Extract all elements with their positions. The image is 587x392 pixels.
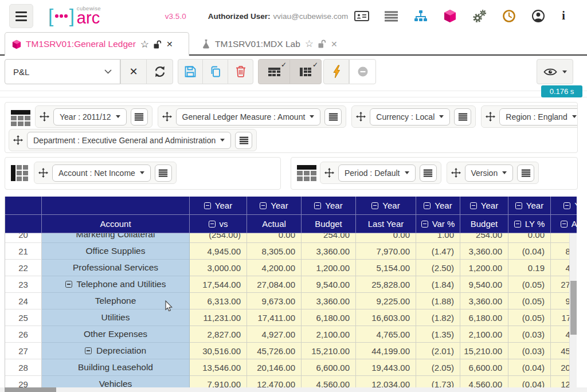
row-number[interactable]: 27 [5, 343, 42, 359]
lock-open-icon[interactable] [318, 40, 326, 48]
column-header-actual[interactable]: Actual [551, 215, 577, 233]
column-header-budget[interactable]: Budget [460, 215, 508, 233]
data-cell[interactable]: 3,360.00 [302, 293, 356, 309]
data-cell[interactable]: 16,603.00 [356, 309, 416, 326]
title-dim-1-select[interactable]: General Ledger Measure : Amount [176, 108, 321, 126]
collapse-icon[interactable] [424, 202, 431, 209]
user-icon[interactable] [531, 9, 545, 23]
move-icon[interactable] [40, 112, 49, 121]
column-group-year[interactable]: Year [416, 197, 460, 215]
row-header-account[interactable]: Depreciation [42, 343, 190, 359]
column-header-budget[interactable]: Budget [302, 215, 356, 233]
data-cell[interactable]: 7,970.00 [356, 243, 416, 260]
data-cell[interactable]: (0.05) [508, 276, 551, 293]
column-group-year[interactable]: Year [551, 197, 577, 215]
data-cell[interactable]: 4,560.00 [302, 376, 356, 387]
data-cell[interactable]: (0.05) [508, 293, 551, 309]
toggle-column-headers-button[interactable]: ✓ [289, 59, 322, 84]
data-cell[interactable]: (2.05) [416, 359, 460, 376]
gears-icon[interactable] [472, 9, 487, 23]
data-cell[interactable]: 1,200.00 [460, 260, 508, 276]
view-options-button[interactable] [537, 59, 573, 84]
data-cell[interactable]: 7,910.00 [190, 376, 247, 387]
horizontal-scrollbar[interactable] [0, 387, 587, 392]
data-cell[interactable]: 44,199.00 [356, 343, 416, 359]
copy-button[interactable] [202, 59, 228, 84]
row-number[interactable]: 28 [5, 359, 42, 376]
data-cell[interactable]: 6,313.00 [190, 293, 247, 309]
data-cell[interactable]: 4,765.00 [356, 326, 416, 343]
row-number[interactable]: 20 [5, 233, 42, 243]
data-cell[interactable]: (0.03) [508, 326, 551, 343]
info-icon[interactable]: i [561, 9, 566, 23]
data-cell[interactable]: 12,470.00 [247, 376, 302, 387]
collapse-icon[interactable] [561, 221, 568, 228]
data-cell[interactable]: (1.73) [416, 376, 460, 387]
auto-recalc-button[interactable] [323, 59, 349, 84]
data-cell[interactable]: 6,180.00 [302, 309, 356, 326]
title-dim-0-list-button[interactable] [131, 108, 148, 126]
tab-mdx-lab[interactable]: TM1SRV01:MDX Lab☆✕ [195, 32, 345, 56]
column-header-var-[interactable]: Var % [416, 215, 460, 233]
row-number[interactable]: 26 [5, 326, 42, 343]
data-cell[interactable]: 0.19 [508, 260, 551, 276]
clear-view-button[interactable]: ✕ [120, 59, 147, 84]
favorite-star-icon[interactable]: ☆ [140, 40, 149, 49]
data-cell[interactable]: 12,034.00 [356, 376, 416, 387]
close-icon[interactable]: ✕ [331, 40, 338, 49]
data-cell[interactable]: 13,546.00 [190, 359, 247, 376]
collapse-icon[interactable] [209, 221, 216, 228]
collapse-icon[interactable] [85, 347, 92, 354]
row-header-account[interactable]: Other Expenses [42, 326, 190, 343]
move-icon[interactable] [162, 112, 172, 121]
data-cell[interactable]: 30,516.00 [190, 343, 247, 359]
row-header-account[interactable]: Marketing Collateral [42, 233, 190, 243]
data-cell[interactable]: 20,146.00 [247, 359, 302, 376]
data-cell[interactable]: 6,600.00 [302, 359, 356, 376]
row-number[interactable]: 25 [5, 309, 42, 326]
collapse-icon[interactable] [515, 202, 522, 209]
data-cell[interactable]: (254.00) [190, 233, 247, 243]
tab-general-ledger[interactable]: TM1SRV01:General Ledger☆✕ [5, 32, 189, 56]
col-dim-1-select[interactable]: Version [465, 164, 514, 182]
data-cell[interactable]: 3,000.00 [190, 260, 247, 276]
data-cell[interactable]: 17,411.00 [247, 309, 302, 326]
data-cell[interactable]: 3,360.00 [460, 293, 508, 309]
data-cell[interactable]: (1.35) [416, 326, 460, 343]
favorite-star-icon[interactable]: ☆ [305, 39, 314, 49]
data-cell[interactable]: 5,154.00 [356, 260, 416, 276]
data-cell[interactable]: 19,443.00 [356, 359, 416, 376]
collapse-icon[interactable] [514, 221, 521, 228]
data-cell[interactable]: 17,544.00 [190, 276, 247, 293]
move-icon[interactable] [356, 112, 366, 121]
refresh-button[interactable] [146, 59, 173, 84]
data-cell[interactable]: 6,600.00 [460, 359, 508, 376]
data-cell[interactable]: (0.03) [508, 343, 551, 359]
column-group-year[interactable]: Year [247, 197, 302, 215]
data-cell[interactable]: 45,726.00 [247, 343, 302, 359]
data-cell[interactable]: (2.01) [416, 343, 460, 359]
cube-icon[interactable] [444, 9, 456, 23]
data-cell[interactable]: 2,100.00 [460, 326, 508, 343]
data-cell[interactable]: (1.47) [416, 243, 460, 260]
row-header-account[interactable]: Professional Services [42, 260, 190, 276]
data-cell[interactable]: (0.05) [508, 309, 551, 326]
lock-open-icon[interactable] [154, 40, 162, 49]
data-cell[interactable]: 9,225.00 [356, 293, 416, 309]
title-dim-dept-list-button[interactable] [235, 132, 252, 149]
column-group-year[interactable]: Year [190, 197, 247, 215]
title-dim-dept-select[interactable]: Department : Executive General and Admin… [27, 132, 231, 149]
title-dim-1-list-button[interactable] [324, 108, 342, 126]
data-cell[interactable]: 6,180.00 [460, 309, 508, 326]
column-header-actual[interactable]: Actual [247, 215, 302, 233]
id-card-icon[interactable] [354, 10, 369, 22]
collapse-icon[interactable] [421, 221, 428, 228]
collapse-icon[interactable] [65, 281, 72, 288]
move-icon[interactable] [451, 168, 461, 178]
data-cell[interactable]: 2,827.00 [190, 326, 247, 343]
move-icon[interactable] [486, 112, 495, 121]
data-cell[interactable]: (1.84) [416, 276, 460, 293]
save-button[interactable] [178, 59, 203, 84]
clock-icon[interactable] [502, 9, 516, 23]
grid-corner-cell[interactable] [5, 215, 42, 233]
